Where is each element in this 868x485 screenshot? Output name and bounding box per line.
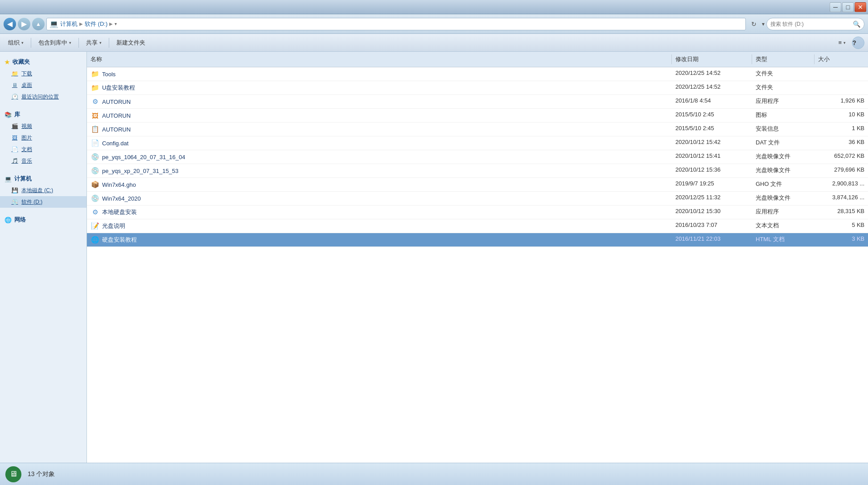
star-icon: ★ bbox=[4, 59, 10, 66]
maximize-button[interactable]: □ bbox=[842, 2, 854, 12]
file-type: 光盘映像文件 bbox=[752, 151, 815, 163]
table-row[interactable]: 🌐 硬盘安装教程 2016/11/21 22:03 HTML 文档 3 KB bbox=[87, 233, 868, 247]
sidebar-library-title[interactable]: 📚 库 bbox=[0, 108, 86, 120]
file-name: AUTORUN bbox=[102, 112, 131, 119]
file-date: 2020/10/12 15:30 bbox=[672, 206, 752, 218]
sidebar-item-picture[interactable]: 🖼 图片 bbox=[0, 132, 86, 144]
include-dropdown-icon: ▾ bbox=[69, 41, 71, 45]
file-name: Win7x64_2020 bbox=[102, 195, 141, 202]
breadcrumb-drive[interactable]: 软件 (D:) bbox=[85, 20, 107, 28]
clock-icon: 🕐 bbox=[11, 93, 19, 101]
sidebar-item-document[interactable]: 📄 文档 bbox=[0, 144, 86, 155]
computer-icon: 💻 bbox=[4, 176, 12, 182]
file-name-cell: 📋 AUTORUN bbox=[87, 123, 672, 135]
file-type: GHO 文件 bbox=[752, 179, 815, 190]
file-name: Win7x64.gho bbox=[102, 181, 136, 188]
include-label: 包含到库中 bbox=[38, 39, 67, 47]
back-button[interactable]: ◀ bbox=[4, 18, 16, 30]
file-name-cell: 💿 pe_yqs_xp_20_07_31_15_53 bbox=[87, 165, 672, 177]
file-icon: 💿 bbox=[91, 166, 99, 175]
share-label: 共享 bbox=[86, 39, 98, 47]
sidebar-item-recent[interactable]: 🕐 最近访问的位置 bbox=[0, 91, 86, 103]
file-name-cell: 💿 Win7x64_2020 bbox=[87, 193, 672, 204]
toolbar-sep-2 bbox=[78, 38, 79, 48]
file-date: 2016/1/8 4:54 bbox=[672, 96, 752, 107]
picture-icon: 🖼 bbox=[11, 134, 19, 142]
share-button[interactable]: 共享 ▾ bbox=[82, 36, 106, 49]
breadcrumb-dropdown[interactable]: ▾ bbox=[115, 21, 117, 26]
table-row[interactable]: 🖼 AUTORUN 2015/5/10 2:45 图标 10 KB bbox=[87, 109, 868, 123]
file-name-cell: 💿 pe_yqs_1064_20_07_31_16_04 bbox=[87, 151, 672, 163]
file-date: 2016/10/23 7:07 bbox=[672, 220, 752, 232]
sidebar-item-drive-d[interactable]: 💿 软件 (D:) bbox=[0, 196, 86, 208]
table-row[interactable]: 📋 AUTORUN 2015/5/10 2:45 安装信息 1 KB bbox=[87, 123, 868, 136]
file-date: 2019/9/7 19:25 bbox=[672, 179, 752, 190]
breadcrumb-sep-1: ▶ bbox=[79, 21, 83, 26]
toolbar: 组织 ▾ 包含到库中 ▾ 共享 ▾ 新建文件夹 ≡ ▾ ? bbox=[0, 34, 868, 52]
table-row[interactable]: 💿 pe_yqs_xp_20_07_31_15_53 2020/10/12 15… bbox=[87, 164, 868, 178]
sidebar-favorites-title[interactable]: ★ 收藏夹 bbox=[0, 55, 86, 68]
table-row[interactable]: 📁 U盘安装教程 2020/12/25 14:52 文件夹 bbox=[87, 81, 868, 95]
file-icon: 💿 bbox=[91, 152, 99, 161]
help-button[interactable]: ? bbox=[852, 37, 864, 49]
sidebar-item-download[interactable]: 📁 下载 bbox=[0, 68, 86, 79]
up-button[interactable]: ▲ bbox=[32, 18, 45, 30]
table-row[interactable]: ⚙ AUTORUN 2016/1/8 4:54 应用程序 1,926 KB bbox=[87, 95, 868, 109]
table-row[interactable]: 💿 pe_yqs_1064_20_07_31_16_04 2020/10/12 … bbox=[87, 150, 868, 164]
file-icon: 📋 bbox=[91, 125, 99, 134]
search-bar: 🔍 bbox=[766, 18, 864, 30]
search-icon[interactable]: 🔍 bbox=[853, 21, 860, 28]
forward-button[interactable]: ▶ bbox=[18, 18, 30, 30]
table-row[interactable]: 💿 Win7x64_2020 2020/12/25 11:32 光盘映像文件 3… bbox=[87, 192, 868, 206]
col-header-date[interactable]: 修改日期 bbox=[672, 54, 752, 64]
statusbar: 🖥 13 个对象 bbox=[0, 463, 868, 485]
file-name-cell: 🖼 AUTORUN bbox=[87, 110, 672, 121]
sidebar-item-video[interactable]: 🎬 视频 bbox=[0, 120, 86, 132]
col-header-type[interactable]: 类型 bbox=[752, 54, 815, 64]
table-row[interactable]: 📁 Tools 2020/12/25 14:52 文件夹 bbox=[87, 67, 868, 81]
toolbar-sep-1 bbox=[31, 38, 31, 48]
file-icon: 🌐 bbox=[91, 235, 99, 244]
refresh-button[interactable]: ↻ bbox=[748, 18, 760, 30]
table-row[interactable]: 📄 Config.dat 2020/10/12 15:42 DAT 文件 36 … bbox=[87, 136, 868, 150]
document-icon: 📄 bbox=[11, 145, 19, 153]
file-size: 2,900,813 ... bbox=[815, 179, 868, 190]
file-size: 1,926 KB bbox=[815, 96, 868, 107]
col-header-name[interactable]: 名称 bbox=[87, 54, 672, 64]
new-folder-button[interactable]: 新建文件夹 bbox=[112, 36, 150, 49]
include-button[interactable]: 包含到库中 ▾ bbox=[34, 36, 76, 49]
file-type: 光盘映像文件 bbox=[752, 193, 815, 204]
file-type: 图标 bbox=[752, 110, 815, 121]
organize-button[interactable]: 组织 ▾ bbox=[4, 36, 28, 49]
file-icon: 📁 bbox=[91, 70, 99, 78]
sidebar-network-title[interactable]: 🌐 网络 bbox=[0, 213, 86, 226]
file-name: AUTORUN bbox=[102, 126, 131, 133]
file-type: 安装信息 bbox=[752, 123, 815, 135]
network-icon: 🌐 bbox=[4, 217, 12, 223]
breadcrumb-computer[interactable]: 计算机 bbox=[60, 20, 78, 28]
col-header-size[interactable]: 大小 bbox=[815, 54, 868, 64]
toolbar-sep-3 bbox=[109, 38, 109, 48]
table-row[interactable]: 📝 光盘说明 2016/10/23 7:07 文本文档 5 KB bbox=[87, 219, 868, 233]
search-input[interactable] bbox=[770, 21, 851, 27]
view-icon: ≡ bbox=[838, 39, 842, 46]
file-name: 硬盘安装教程 bbox=[102, 236, 137, 244]
file-type: 光盘映像文件 bbox=[752, 165, 815, 177]
table-row[interactable]: 📦 Win7x64.gho 2019/9/7 19:25 GHO 文件 2,90… bbox=[87, 178, 868, 192]
minimize-button[interactable]: ─ bbox=[830, 2, 841, 12]
view-button[interactable]: ≡ ▾ bbox=[834, 36, 850, 49]
file-name-cell: ⚙ 本地硬盘安装 bbox=[87, 206, 672, 218]
file-name: pe_yqs_xp_20_07_31_15_53 bbox=[102, 168, 178, 174]
folder-icon: 📁 bbox=[11, 70, 19, 78]
close-button[interactable]: ✕ bbox=[855, 2, 866, 12]
dropdown-button[interactable]: ▾ bbox=[762, 21, 765, 27]
table-row[interactable]: ⚙ 本地硬盘安装 2020/10/12 15:30 应用程序 28,315 KB bbox=[87, 206, 868, 219]
file-date: 2020/12/25 14:52 bbox=[672, 68, 752, 80]
file-type: 应用程序 bbox=[752, 206, 815, 218]
sidebar-computer-title[interactable]: 💻 计算机 bbox=[0, 172, 86, 185]
file-icon: 📝 bbox=[91, 222, 99, 230]
addressbar: ◀ ▶ ▲ 💻 计算机 ▶ 软件 (D:) ▶ ▾ ↻ ▾ 🔍 bbox=[0, 14, 868, 34]
sidebar-item-desktop[interactable]: 🖥 桌面 bbox=[0, 79, 86, 91]
sidebar-item-drive-c[interactable]: 💾 本地磁盘 (C:) bbox=[0, 185, 86, 196]
sidebar-item-music[interactable]: 🎵 音乐 bbox=[0, 155, 86, 167]
